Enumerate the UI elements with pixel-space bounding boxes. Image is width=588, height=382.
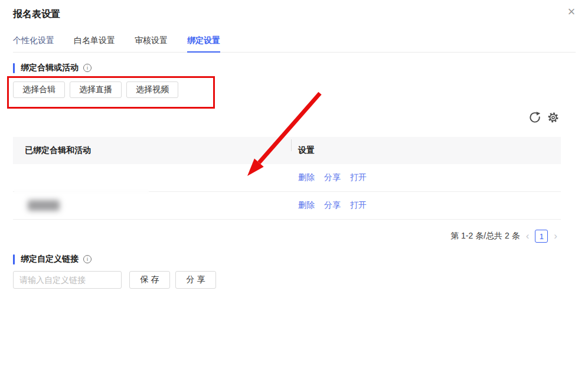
open-link[interactable]: 打开 xyxy=(350,200,367,211)
section-accent-bar xyxy=(13,63,15,73)
open-link[interactable]: 打开 xyxy=(350,172,367,183)
bind-activity-title: 绑定合辑或活动 xyxy=(21,63,79,73)
tab-review[interactable]: 审核设置 xyxy=(135,31,168,52)
prev-page-icon[interactable]: ‹ xyxy=(526,230,530,243)
share-link[interactable]: 分享 xyxy=(324,200,341,211)
bind-activity-section-header: 绑定合辑或活动 i xyxy=(13,63,92,73)
settings-gear-icon[interactable] xyxy=(547,111,560,124)
row-name-cell xyxy=(13,200,291,211)
tab-whitelist[interactable]: 白名单设置 xyxy=(74,31,115,52)
next-page-icon[interactable]: › xyxy=(554,230,557,243)
info-icon[interactable]: i xyxy=(83,64,92,72)
custom-link-input[interactable] xyxy=(13,271,122,289)
column-header-settings: 设置 xyxy=(291,145,561,156)
share-link[interactable]: 分享 xyxy=(324,172,341,183)
pagination: 第 1-2 条/总共 2 条 ‹ 1 › xyxy=(450,229,557,243)
table-row: 删除 分享 打开 xyxy=(13,192,561,220)
select-live-button[interactable]: 选择直播 xyxy=(70,81,122,98)
column-header-bound: 已绑定合辑和活动 xyxy=(13,145,291,156)
delete-link[interactable]: 删除 xyxy=(298,172,315,183)
row-actions-cell: 删除 分享 打开 xyxy=(291,200,561,211)
select-collection-button[interactable]: 选择合辑 xyxy=(13,81,65,98)
page-title: 报名表设置 xyxy=(13,8,60,21)
delete-link[interactable]: 删除 xyxy=(298,200,315,211)
tab-binding[interactable]: 绑定设置 xyxy=(187,31,220,53)
refresh-icon[interactable] xyxy=(528,111,541,124)
close-icon[interactable]: × xyxy=(563,4,580,20)
table-row: 删除 分享 打开 xyxy=(13,164,561,192)
info-icon[interactable]: i xyxy=(83,255,92,263)
row-actions-cell: 删除 分享 打开 xyxy=(291,172,561,183)
select-video-button[interactable]: 选择视频 xyxy=(126,81,178,98)
settings-tabbar: 个性化设置 白名单设置 审核设置 绑定设置 xyxy=(13,31,576,53)
pagination-summary: 第 1-2 条/总共 2 条 xyxy=(450,231,520,241)
redacted-name-blur xyxy=(28,200,60,211)
save-button[interactable]: 保 存 xyxy=(129,271,170,289)
bound-activities-table: 已绑定合辑和活动 设置 删除 分享 打开 删除 分享 打开 xyxy=(13,137,561,220)
section-accent-bar xyxy=(13,254,15,265)
registration-form-settings-dialog: 报名表设置 × 个性化设置 白名单设置 审核设置 绑定设置 绑定合辑或活动 i … xyxy=(0,0,588,382)
table-header-row: 已绑定合辑和活动 设置 xyxy=(13,137,561,164)
custom-link-section-header: 绑定自定义链接 i xyxy=(13,254,92,265)
tab-personalization[interactable]: 个性化设置 xyxy=(13,31,54,52)
custom-link-title: 绑定自定义链接 xyxy=(21,254,79,265)
page-number-button[interactable]: 1 xyxy=(535,230,548,243)
share-button[interactable]: 分 享 xyxy=(175,271,216,289)
